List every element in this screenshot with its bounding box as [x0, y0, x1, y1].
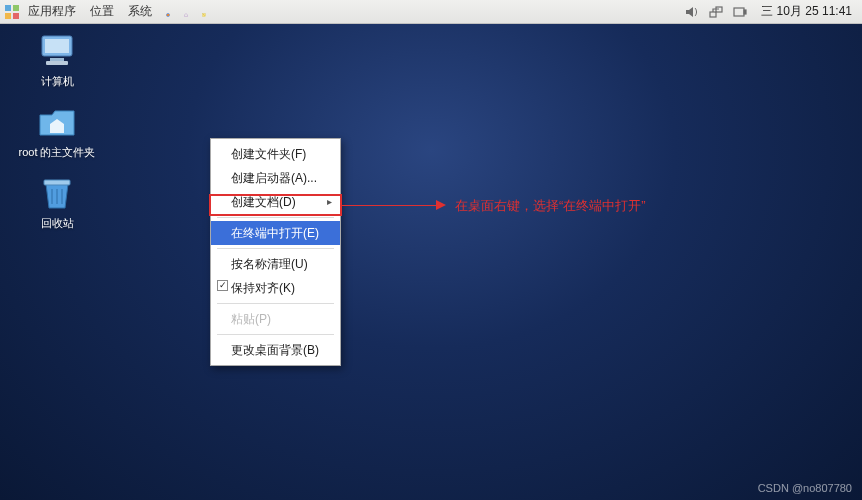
- svg-rect-9: [744, 10, 746, 14]
- ctx-separator: [217, 217, 334, 218]
- annotation-arrow-line: [342, 205, 442, 206]
- annotation-text: 在桌面右键，选择“在终端中打开”: [455, 197, 646, 215]
- computer-icon: [36, 32, 78, 70]
- ctx-keep-aligned-label: 保持对齐(K): [231, 281, 295, 295]
- ctx-paste: 粘贴(P): [211, 307, 340, 331]
- ctx-keep-aligned[interactable]: ✓ 保持对齐(K): [211, 276, 340, 300]
- svg-rect-13: [46, 61, 68, 65]
- battery-icon[interactable]: [731, 3, 749, 21]
- menu-applications[interactable]: 应用程序: [22, 1, 82, 22]
- desktop-icon-computer[interactable]: 计算机: [12, 32, 102, 89]
- panel-right: 三 10月 25 11:41: [683, 3, 858, 21]
- ctx-separator: [217, 334, 334, 335]
- computer-label: 计算机: [12, 74, 102, 89]
- trash-label: 回收站: [12, 216, 102, 231]
- checkbox-checked-icon: ✓: [217, 280, 228, 291]
- trash-icon: [36, 174, 78, 212]
- svg-rect-8: [734, 8, 744, 16]
- ctx-create-document[interactable]: 创建文档(D): [211, 190, 340, 214]
- svg-rect-3: [13, 13, 19, 19]
- svg-rect-0: [5, 5, 11, 11]
- desktop-icon-trash[interactable]: 回收站: [12, 174, 102, 231]
- ctx-open-terminal[interactable]: 在终端中打开(E): [211, 221, 340, 245]
- clock[interactable]: 三 10月 25 11:41: [755, 3, 858, 20]
- ctx-separator: [217, 248, 334, 249]
- svg-rect-12: [50, 58, 64, 61]
- watermark: CSDN @no807780: [758, 482, 852, 494]
- svg-rect-14: [44, 180, 70, 185]
- svg-rect-11: [45, 39, 69, 53]
- apps-menu-icon[interactable]: [4, 4, 20, 20]
- desktop-icon-home[interactable]: root 的主文件夹: [12, 103, 102, 160]
- volume-icon[interactable]: [683, 3, 701, 21]
- ctx-create-launcher[interactable]: 创建启动器(A)...: [211, 166, 340, 190]
- ctx-cleanup-by-name[interactable]: 按名称清理(U): [211, 252, 340, 276]
- network-icon[interactable]: [707, 3, 725, 21]
- desktop-context-menu: 创建文件夹(F) 创建启动器(A)... 创建文档(D) 在终端中打开(E) 按…: [210, 138, 341, 366]
- menu-system[interactable]: 系统: [122, 1, 158, 22]
- annotation-arrow-head: [436, 200, 446, 210]
- home-launcher-icon[interactable]: [178, 4, 194, 20]
- ctx-separator: [217, 303, 334, 304]
- panel-left: 应用程序 位置 系统: [4, 1, 212, 22]
- ctx-create-folder[interactable]: 创建文件夹(F): [211, 142, 340, 166]
- home-label: root 的主文件夹: [12, 145, 102, 160]
- folder-home-icon: [36, 103, 78, 141]
- svg-rect-2: [5, 13, 11, 19]
- ctx-change-background[interactable]: 更改桌面背景(B): [211, 338, 340, 362]
- desktop-icons: 计算机 root 的主文件夹 回收站: [12, 32, 102, 231]
- svg-rect-6: [710, 12, 716, 17]
- notes-icon[interactable]: [196, 4, 212, 20]
- menu-places[interactable]: 位置: [84, 1, 120, 22]
- svg-rect-1: [13, 5, 19, 11]
- firefox-icon[interactable]: [160, 4, 176, 20]
- top-panel: 应用程序 位置 系统 三 10月 25 11:41: [0, 0, 862, 24]
